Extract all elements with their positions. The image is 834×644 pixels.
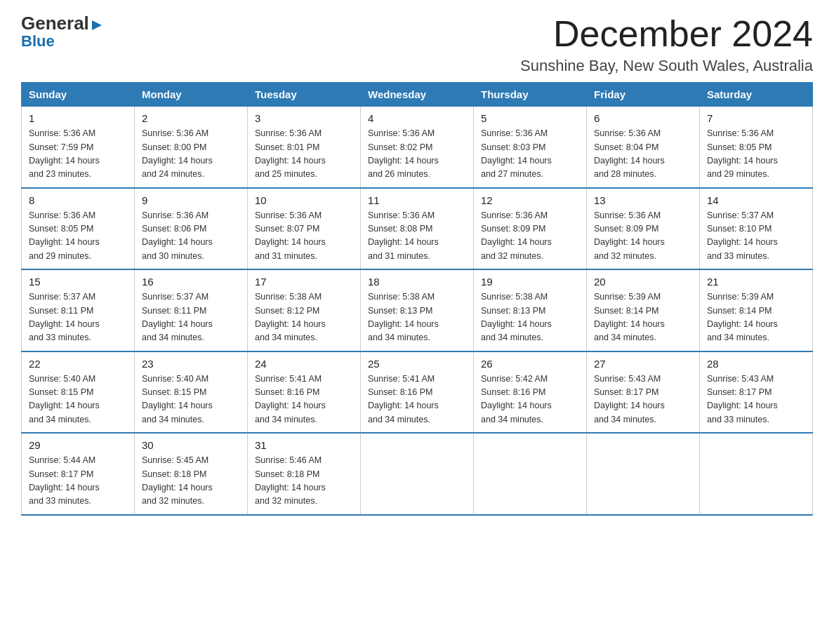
calendar-cell [361, 433, 474, 515]
month-title: December 2024 [520, 14, 813, 54]
day-info: Sunrise: 5:38 AMSunset: 8:13 PMDaylight:… [368, 292, 439, 342]
day-info: Sunrise: 5:36 AMSunset: 8:09 PMDaylight:… [481, 210, 552, 261]
day-number: 26 [481, 358, 579, 370]
calendar-cell: 8Sunrise: 5:36 AMSunset: 8:05 PMDaylight… [22, 188, 135, 270]
calendar-cell: 23Sunrise: 5:40 AMSunset: 8:15 PMDayligh… [135, 351, 248, 434]
day-info: Sunrise: 5:44 AMSunset: 8:17 PMDaylight:… [29, 455, 100, 506]
calendar-week-2: 8Sunrise: 5:36 AMSunset: 8:05 PMDaylight… [22, 188, 813, 270]
day-number: 29 [29, 439, 127, 451]
day-info: Sunrise: 5:46 AMSunset: 8:18 PMDaylight:… [255, 455, 326, 506]
logo-general: General [21, 14, 103, 34]
calendar-cell: 5Sunrise: 5:36 AMSunset: 8:03 PMDaylight… [474, 107, 587, 188]
day-info: Sunrise: 5:36 AMSunset: 8:06 PMDaylight:… [142, 210, 213, 261]
day-info: Sunrise: 5:36 AMSunset: 8:04 PMDaylight:… [594, 128, 665, 179]
day-info: Sunrise: 5:40 AMSunset: 8:15 PMDaylight:… [29, 374, 100, 424]
day-number: 24 [255, 358, 353, 370]
calendar-cell: 10Sunrise: 5:36 AMSunset: 8:07 PMDayligh… [248, 188, 361, 270]
calendar-cell: 11Sunrise: 5:36 AMSunset: 8:08 PMDayligh… [361, 188, 474, 270]
calendar-cell: 17Sunrise: 5:38 AMSunset: 8:12 PMDayligh… [248, 269, 361, 351]
day-info: Sunrise: 5:36 AMSunset: 8:00 PMDaylight:… [142, 128, 213, 179]
page-header: General Blue December 2024 Sunshine Bay,… [21, 14, 813, 75]
calendar-week-1: 1Sunrise: 5:36 AMSunset: 7:59 PMDaylight… [22, 107, 813, 188]
day-info: Sunrise: 5:38 AMSunset: 8:13 PMDaylight:… [481, 292, 552, 342]
svg-marker-0 [92, 20, 102, 30]
calendar-cell: 20Sunrise: 5:39 AMSunset: 8:14 PMDayligh… [587, 269, 700, 351]
col-wednesday: Wednesday [361, 83, 474, 107]
calendar-cell [474, 433, 587, 515]
day-number: 14 [707, 194, 805, 206]
day-info: Sunrise: 5:43 AMSunset: 8:17 PMDaylight:… [707, 374, 778, 424]
col-sunday: Sunday [22, 83, 135, 107]
day-number: 17 [255, 276, 353, 288]
day-number: 23 [142, 358, 240, 370]
day-number: 13 [594, 194, 692, 206]
day-number: 4 [368, 112, 466, 124]
day-info: Sunrise: 5:36 AMSunset: 8:02 PMDaylight:… [368, 128, 439, 179]
calendar-cell: 6Sunrise: 5:36 AMSunset: 8:04 PMDaylight… [587, 107, 700, 188]
calendar-week-4: 22Sunrise: 5:40 AMSunset: 8:15 PMDayligh… [22, 351, 813, 434]
day-info: Sunrise: 5:39 AMSunset: 8:14 PMDaylight:… [594, 292, 665, 342]
day-number: 8 [29, 194, 127, 206]
day-number: 3 [255, 112, 353, 124]
day-info: Sunrise: 5:37 AMSunset: 8:10 PMDaylight:… [707, 210, 778, 261]
day-info: Sunrise: 5:36 AMSunset: 8:03 PMDaylight:… [481, 128, 552, 179]
day-number: 5 [481, 112, 579, 124]
day-info: Sunrise: 5:41 AMSunset: 8:16 PMDaylight:… [368, 374, 439, 424]
day-number: 25 [368, 358, 466, 370]
calendar-cell: 7Sunrise: 5:36 AMSunset: 8:05 PMDaylight… [700, 107, 813, 188]
calendar-cell: 2Sunrise: 5:36 AMSunset: 8:00 PMDaylight… [135, 107, 248, 188]
day-info: Sunrise: 5:42 AMSunset: 8:16 PMDaylight:… [481, 374, 552, 424]
calendar-header: Sunday Monday Tuesday Wednesday Thursday… [22, 83, 813, 107]
calendar-cell: 9Sunrise: 5:36 AMSunset: 8:06 PMDaylight… [135, 188, 248, 270]
day-info: Sunrise: 5:36 AMSunset: 8:05 PMDaylight:… [707, 128, 778, 179]
day-number: 31 [255, 439, 353, 451]
day-number: 20 [594, 276, 692, 288]
header-row: Sunday Monday Tuesday Wednesday Thursday… [22, 83, 813, 107]
day-number: 28 [707, 358, 805, 370]
calendar-week-5: 29Sunrise: 5:44 AMSunset: 8:17 PMDayligh… [22, 433, 813, 515]
calendar-cell: 25Sunrise: 5:41 AMSunset: 8:16 PMDayligh… [361, 351, 474, 434]
col-monday: Monday [135, 83, 248, 107]
day-number: 18 [368, 276, 466, 288]
calendar-cell: 30Sunrise: 5:45 AMSunset: 8:18 PMDayligh… [135, 433, 248, 515]
day-info: Sunrise: 5:36 AMSunset: 8:01 PMDaylight:… [255, 128, 326, 179]
calendar-cell: 12Sunrise: 5:36 AMSunset: 8:09 PMDayligh… [474, 188, 587, 270]
calendar-week-3: 15Sunrise: 5:37 AMSunset: 8:11 PMDayligh… [22, 269, 813, 351]
day-number: 15 [29, 276, 127, 288]
day-info: Sunrise: 5:36 AMSunset: 8:07 PMDaylight:… [255, 210, 326, 261]
calendar-cell: 13Sunrise: 5:36 AMSunset: 8:09 PMDayligh… [587, 188, 700, 270]
day-number: 22 [29, 358, 127, 370]
day-number: 7 [707, 112, 805, 124]
col-friday: Friday [587, 83, 700, 107]
day-info: Sunrise: 5:37 AMSunset: 8:11 PMDaylight:… [29, 292, 100, 342]
logo-blue: Blue [21, 32, 55, 51]
day-info: Sunrise: 5:36 AMSunset: 7:59 PMDaylight:… [29, 128, 100, 179]
calendar-cell: 29Sunrise: 5:44 AMSunset: 8:17 PMDayligh… [22, 433, 135, 515]
day-number: 30 [142, 439, 240, 451]
day-number: 2 [142, 112, 240, 124]
day-number: 9 [142, 194, 240, 206]
calendar-cell: 22Sunrise: 5:40 AMSunset: 8:15 PMDayligh… [22, 351, 135, 434]
location-title: Sunshine Bay, New South Wales, Australia [520, 57, 813, 75]
calendar-cell: 16Sunrise: 5:37 AMSunset: 8:11 PMDayligh… [135, 269, 248, 351]
calendar-cell: 21Sunrise: 5:39 AMSunset: 8:14 PMDayligh… [700, 269, 813, 351]
calendar-cell: 4Sunrise: 5:36 AMSunset: 8:02 PMDaylight… [361, 107, 474, 188]
calendar-cell: 19Sunrise: 5:38 AMSunset: 8:13 PMDayligh… [474, 269, 587, 351]
col-saturday: Saturday [700, 83, 813, 107]
calendar-cell: 28Sunrise: 5:43 AMSunset: 8:17 PMDayligh… [700, 351, 813, 434]
calendar-cell: 24Sunrise: 5:41 AMSunset: 8:16 PMDayligh… [248, 351, 361, 434]
day-info: Sunrise: 5:45 AMSunset: 8:18 PMDaylight:… [142, 455, 213, 506]
day-info: Sunrise: 5:36 AMSunset: 8:05 PMDaylight:… [29, 210, 100, 261]
calendar-body: 1Sunrise: 5:36 AMSunset: 7:59 PMDaylight… [22, 107, 813, 515]
day-info: Sunrise: 5:41 AMSunset: 8:16 PMDaylight:… [255, 374, 326, 424]
calendar-cell: 3Sunrise: 5:36 AMSunset: 8:01 PMDaylight… [248, 107, 361, 188]
calendar-cell: 1Sunrise: 5:36 AMSunset: 7:59 PMDaylight… [22, 107, 135, 188]
day-info: Sunrise: 5:38 AMSunset: 8:12 PMDaylight:… [255, 292, 326, 342]
day-number: 27 [594, 358, 692, 370]
calendar-cell: 27Sunrise: 5:43 AMSunset: 8:17 PMDayligh… [587, 351, 700, 434]
calendar-cell: 26Sunrise: 5:42 AMSunset: 8:16 PMDayligh… [474, 351, 587, 434]
day-number: 1 [29, 112, 127, 124]
day-number: 19 [481, 276, 579, 288]
title-block: December 2024 Sunshine Bay, New South Wa… [520, 14, 813, 75]
calendar-cell [587, 433, 700, 515]
